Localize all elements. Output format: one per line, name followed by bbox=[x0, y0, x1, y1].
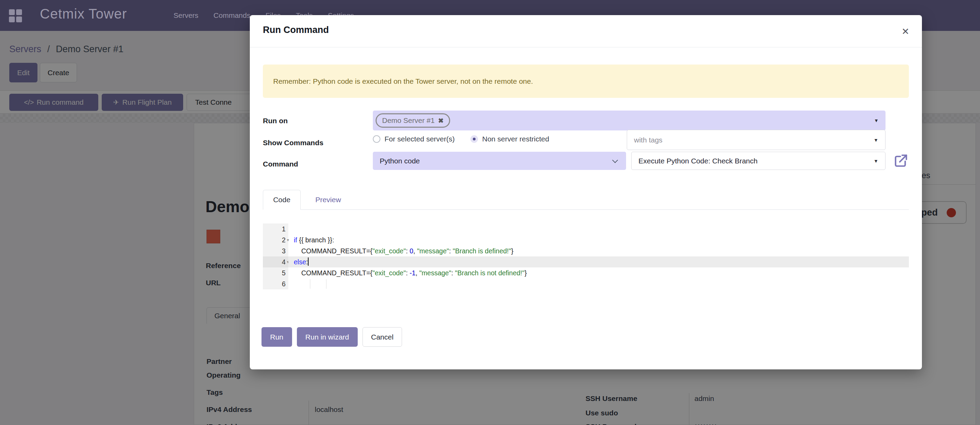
editor-code-line[interactable]: if {{ branch }}: bbox=[288, 235, 909, 246]
run-on-select[interactable]: Demo Server #1 ✖ ▼ bbox=[373, 111, 886, 130]
editor-code-line[interactable] bbox=[288, 278, 909, 289]
run-on-label: Run on bbox=[263, 117, 288, 125]
modal-title: Run Command bbox=[263, 25, 329, 35]
apps-grid-icon[interactable] bbox=[9, 9, 22, 22]
radio-for-selected-servers-label[interactable]: For selected server(s) bbox=[385, 135, 455, 143]
command-value: Execute Python Code: Check Branch bbox=[638, 157, 758, 165]
editor-line-number: 6 bbox=[263, 278, 288, 289]
editor-line-4[interactable]: 4▾else: bbox=[263, 257, 909, 267]
caret-down-icon: ▼ bbox=[873, 158, 878, 164]
external-link-icon[interactable] bbox=[894, 154, 908, 168]
radio-non-server-restricted[interactable] bbox=[471, 135, 478, 143]
text-cursor bbox=[308, 257, 309, 266]
run-command-modal: Run Command ✕ Remember: Python code is e… bbox=[250, 15, 922, 369]
app-brand[interactable]: Cetmix Tower bbox=[40, 6, 127, 22]
editor-line-3[interactable]: 3 COMMAND_RESULT={"exit_code": 0, "messa… bbox=[263, 246, 909, 257]
caret-down-icon: ▼ bbox=[873, 137, 878, 143]
radio-for-selected-servers[interactable] bbox=[373, 135, 380, 143]
modal-footer: Run Run in wizard Cancel bbox=[261, 327, 402, 347]
editor-line-5[interactable]: 5 COMMAND_RESULT={"exit_code": -1, "mess… bbox=[263, 267, 909, 278]
editor-code-line[interactable]: else: bbox=[288, 257, 909, 267]
caret-down-icon: ▼ bbox=[874, 118, 879, 123]
close-icon[interactable]: ✕ bbox=[898, 24, 913, 39]
tabs-border bbox=[263, 209, 909, 210]
editor-line-number: 3 bbox=[263, 246, 288, 257]
command-type-select[interactable]: Python code bbox=[373, 152, 626, 170]
command-type-value: Python code bbox=[380, 157, 420, 165]
nav-item-commands[interactable]: Commands bbox=[213, 11, 250, 19]
editor-line-number: 1 bbox=[263, 224, 288, 235]
editor-code-line[interactable] bbox=[288, 224, 909, 235]
nav-item-servers[interactable]: Servers bbox=[173, 11, 198, 19]
indent-guide bbox=[310, 279, 310, 289]
with-tags-select[interactable]: with tags ▼ bbox=[627, 130, 886, 150]
server-tag: Demo Server #1 ✖ bbox=[375, 113, 450, 128]
tab-code[interactable]: Code bbox=[263, 190, 301, 210]
tag-remove-icon[interactable]: ✖ bbox=[438, 117, 444, 125]
editor-line-2[interactable]: 2▾if {{ branch }}: bbox=[263, 235, 909, 246]
show-commands-label: Show Commands bbox=[263, 139, 323, 147]
show-commands-radio-group: For selected server(s) Non server restri… bbox=[373, 135, 549, 143]
indent-guide bbox=[326, 279, 326, 289]
code-editor[interactable]: 12▾if {{ branch }}:3 COMMAND_RESULT={"ex… bbox=[263, 224, 909, 289]
editor-code-line[interactable]: COMMAND_RESULT={"exit_code": 0, "message… bbox=[288, 246, 909, 257]
editor-line-6[interactable]: 6 bbox=[263, 278, 909, 289]
with-tags-placeholder: with tags bbox=[634, 136, 662, 144]
server-tag-label: Demo Server #1 bbox=[382, 116, 435, 125]
python-warning-alert: Remember: Python code is executed on the… bbox=[263, 65, 909, 98]
cancel-button[interactable]: Cancel bbox=[363, 327, 402, 347]
editor-line-number: 4▾ bbox=[263, 257, 288, 267]
command-select[interactable]: Execute Python Code: Check Branch ▼ bbox=[631, 152, 886, 170]
editor-line-1[interactable]: 1 bbox=[263, 224, 909, 235]
command-label: Command bbox=[263, 160, 298, 168]
tab-preview[interactable]: Preview bbox=[307, 190, 349, 210]
radio-non-server-restricted-label[interactable]: Non server restricted bbox=[482, 135, 549, 143]
editor-line-number: 5 bbox=[263, 267, 288, 278]
modal-header: Run Command ✕ bbox=[250, 15, 922, 48]
editor-code-line[interactable]: COMMAND_RESULT={"exit_code": -1, "messag… bbox=[288, 267, 909, 278]
run-button[interactable]: Run bbox=[261, 327, 292, 347]
chevron-down-icon bbox=[612, 157, 618, 163]
editor-line-number: 2▾ bbox=[263, 235, 288, 246]
screen: Servers / Demo Server #1 Edit Create </>… bbox=[0, 0, 980, 425]
run-in-wizard-button[interactable]: Run in wizard bbox=[297, 327, 358, 347]
